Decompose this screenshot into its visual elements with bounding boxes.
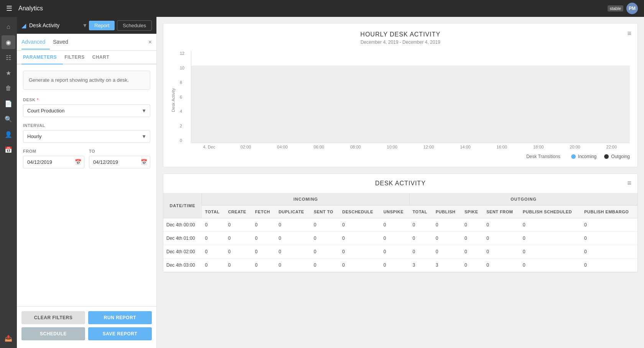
data-table: DATE/TIME INCOMING OUTGOING TOTAL CREATE… (163, 193, 637, 272)
home-icon[interactable]: ⌂ (2, 20, 15, 34)
interval-select[interactable]: Hourly (23, 130, 150, 143)
list-icon[interactable]: ☷ (2, 51, 15, 64)
bar-incoming (419, 89, 422, 143)
x-tick: 12:00 (411, 145, 447, 149)
star-icon[interactable]: ★ (2, 66, 15, 80)
cell-value: 0 (339, 232, 381, 245)
bar-incoming (491, 74, 495, 143)
user-search-icon[interactable]: 👤 (2, 127, 15, 141)
doc-icon[interactable]: 📄 (2, 97, 15, 111)
cell-value: 0 (339, 245, 381, 259)
cell-value: 0 (581, 259, 637, 272)
interval-select-wrap: Hourly ▼ (23, 130, 150, 143)
bar-group (532, 127, 556, 143)
schedules-button[interactable]: Schedules (117, 20, 152, 31)
search-icon[interactable]: 🔍 (2, 112, 15, 126)
bar-outgoing (471, 120, 475, 143)
col-in-total: TOTAL (202, 206, 225, 218)
cell-value: 0 (483, 232, 520, 245)
col-out-total: TOTAL (409, 206, 432, 218)
bar-outgoing (399, 74, 402, 143)
footer-row-2: SCHEDULE SAVE REPORT (21, 327, 152, 340)
chevron-down-icon[interactable]: ▼ (82, 22, 87, 28)
bar-outgoing (278, 112, 281, 143)
calendar-icon[interactable]: 📅 (2, 143, 15, 157)
cell-value: 0 (310, 259, 339, 272)
sidebar: ◢ Desk Activity ▼ Report Schedules Advan… (17, 17, 157, 348)
calendar-icon[interactable]: 📅 (75, 159, 81, 165)
bar-group (362, 89, 386, 143)
cell-value: 0 (339, 259, 381, 272)
bar-group (411, 89, 435, 143)
y-axis-label: Desk Activity (171, 51, 176, 149)
bar-group (314, 97, 338, 143)
description-box: Generate a report showing activity on a … (23, 71, 150, 90)
report-button[interactable]: Report (89, 21, 115, 30)
tab-saved[interactable]: Saved (53, 35, 73, 49)
save-report-button[interactable]: SAVE REPORT (88, 327, 152, 340)
subtab-parameters[interactable]: PARAMETERS (21, 51, 63, 64)
subtab-chart[interactable]: CHART (91, 51, 116, 64)
cell-value: 0 (380, 232, 409, 245)
chart-menu-icon[interactable]: ≡ (627, 30, 631, 38)
bar-group (556, 135, 580, 143)
desk-field-group: DESK * Court Production ▼ (23, 97, 150, 117)
cell-value: 0 (252, 245, 275, 259)
bar-outgoing (616, 120, 620, 143)
table-row: Dec 4th 02:000000000000000 (163, 245, 637, 259)
col-out-publish-embargo: PUBLISH EMBARGO (581, 206, 637, 218)
col-out-spike: SPIKE (462, 206, 483, 218)
upload-icon[interactable]: 📤 (2, 331, 15, 345)
to-date-wrap: 📅 (89, 156, 150, 168)
avatar[interactable]: PM (626, 3, 638, 14)
cell-value: 0 (310, 218, 339, 232)
chart-legend: Desk Transitions Incoming Outgoing (171, 154, 630, 159)
eye-icon[interactable]: ◉ (2, 35, 15, 49)
cell-value: 0 (202, 232, 225, 245)
bar-outgoing (229, 120, 233, 143)
legend-title: Desk Transitions (526, 154, 560, 159)
group-incoming: INCOMING (202, 193, 410, 206)
group-outgoing: OUTGOING (409, 193, 637, 206)
clear-filters-button[interactable]: CLEAR FILTERS (21, 311, 85, 324)
to-label: TO (89, 149, 150, 153)
bar-outgoing (447, 120, 451, 143)
bar-group (507, 120, 531, 143)
outgoing-dot (604, 154, 609, 159)
close-icon[interactable]: × (148, 39, 152, 46)
cell-value: 0 (202, 259, 225, 272)
chart-title: HOURLY DESK ACTIVITY (171, 31, 630, 38)
desk-select[interactable]: Court Production (23, 104, 150, 117)
sidebar-subtabs: PARAMETERS FILTERS CHART (17, 51, 156, 64)
x-tick: 18:00 (520, 145, 557, 149)
main-layout: ⌂ ◉ ☷ ★ 🗑 📄 🔍 👤 📅 📤 ◢ Desk Activity ▼ Re… (0, 17, 644, 348)
col-in-deschedule: DESCHEDULE (339, 206, 381, 218)
top-nav: ☰ Analytics stable PM (0, 0, 644, 17)
schedule-button[interactable]: SCHEDULE (21, 327, 85, 340)
desk-activity-label: Desk Activity (29, 22, 82, 28)
x-tick: 20:00 (557, 145, 593, 149)
subtab-filters[interactable]: FILTERS (63, 51, 91, 64)
version-badge: stable (608, 5, 623, 12)
run-report-button[interactable]: RUN REPORT (88, 311, 152, 324)
bar-group (217, 120, 241, 143)
bar-incoming (443, 104, 447, 143)
date-row: FROM 📅 TO 📅 (23, 149, 150, 168)
icon-bar: ⌂ ◉ ☷ ★ 🗑 📄 🔍 👤 📅 📤 (0, 17, 17, 348)
sidebar-footer: CLEAR FILTERS RUN REPORT SCHEDULE SAVE R… (17, 306, 156, 348)
hamburger-icon[interactable]: ☰ (6, 4, 12, 13)
to-date-field: TO 📅 (89, 149, 150, 168)
cell-value: 0 (462, 218, 483, 232)
y-tick: 12 (180, 51, 184, 56)
calendar-icon[interactable]: 📅 (141, 159, 147, 165)
chart-subtitle: December 4, 2019 - December 4, 2019 (171, 40, 630, 45)
table-menu-icon[interactable]: ≡ (627, 179, 631, 187)
tab-advanced[interactable]: Advanced (21, 35, 50, 49)
cell-value: 0 (581, 218, 637, 232)
table-row: Dec 4th 03:000000000330000 (163, 259, 637, 272)
interval-field-group: INTERVAL Hourly ▼ (23, 123, 150, 143)
bar-incoming (515, 120, 519, 143)
cell-datetime: Dec 4th 00:00 (163, 218, 202, 232)
trash-icon[interactable]: 🗑 (2, 81, 15, 95)
cell-value: 0 (483, 245, 520, 259)
